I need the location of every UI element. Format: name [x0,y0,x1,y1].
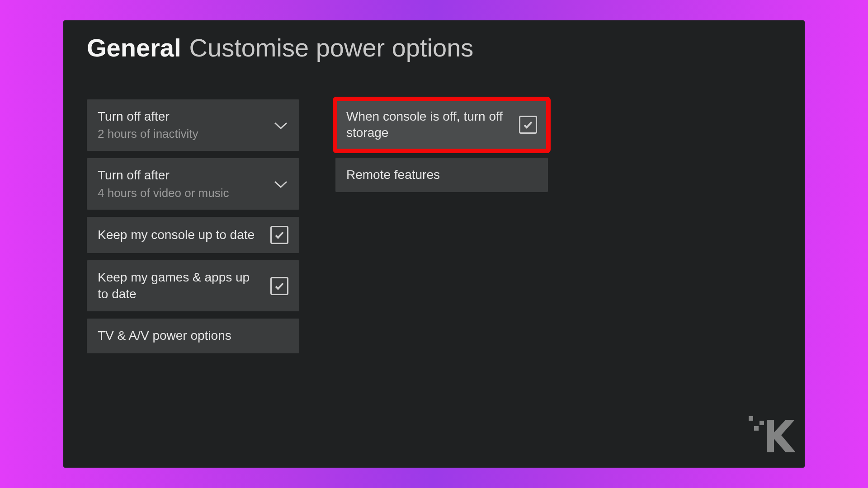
turn-off-inactivity-dropdown[interactable]: Turn off after 2 hours of inactivity [87,99,299,151]
turn-off-media-dropdown[interactable]: Turn off after 4 hours of video or music [87,158,299,210]
checkbox-checked-icon [519,116,537,134]
storage-off-checkbox[interactable]: When console is off, turn off storage [335,99,548,150]
settings-columns: Turn off after 2 hours of inactivity Tur… [87,99,781,353]
breadcrumb-title: Customise power options [189,33,474,62]
settings-panel: General Customise power options Turn off… [63,20,805,468]
games-update-checkbox[interactable]: Keep my games & apps up to date [87,260,299,311]
chevron-down-icon [273,179,288,189]
console-update-checkbox[interactable]: Keep my console up to date [87,217,299,253]
svg-rect-0 [749,416,753,421]
storage-off-label: When console is off, turn off storage [346,108,512,141]
chevron-down-icon [273,120,288,130]
turn-off-media-value: 4 hours of video or music [98,186,266,201]
turn-off-inactivity-label: Turn off after [98,108,266,125]
page-title: General Customise power options [87,33,781,62]
watermark-logo [747,414,797,455]
checkbox-checked-icon [270,226,288,244]
turn-off-inactivity-value: 2 hours of inactivity [98,127,266,142]
svg-rect-1 [760,421,764,425]
games-update-label: Keep my games & apps up to date [98,269,263,302]
breadcrumb-section: General [87,33,181,62]
remote-features-button[interactable]: Remote features [335,158,548,192]
checkbox-checked-icon [270,277,288,295]
tv-av-power-label: TV & A/V power options [98,328,281,344]
remote-features-label: Remote features [346,167,530,183]
turn-off-media-label: Turn off after [98,167,266,183]
left-column: Turn off after 2 hours of inactivity Tur… [87,99,299,353]
right-column: When console is off, turn off storage Re… [335,99,548,353]
console-update-label: Keep my console up to date [98,227,263,243]
tv-av-power-button[interactable]: TV & A/V power options [87,319,299,353]
svg-rect-2 [754,426,759,431]
